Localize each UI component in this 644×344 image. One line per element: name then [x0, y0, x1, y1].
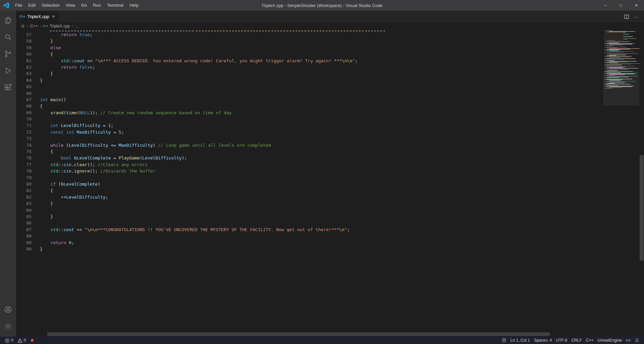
- vertical-scrollbar-thumb[interactable]: [640, 155, 644, 261]
- code-text[interactable]: return true;: [40, 31, 93, 38]
- source-control-icon[interactable]: [0, 46, 16, 62]
- code-text[interactable]: }: [40, 246, 43, 252]
- menu-view[interactable]: View: [63, 0, 78, 11]
- code-line: 80 if (bLevelComplete): [16, 181, 644, 187]
- code-text[interactable]: const int MaxDifficulty = 5;: [40, 129, 124, 135]
- menu-selection[interactable]: Selection: [39, 0, 62, 11]
- window-controls: ─ □ ✕: [598, 0, 644, 11]
- problems-errors[interactable]: 0: [3, 337, 15, 344]
- extensions-icon[interactable]: [0, 79, 16, 96]
- minimap-viewport[interactable]: [603, 71, 639, 106]
- code-text[interactable]: return 0;: [40, 239, 74, 246]
- vscode-window: FileEditSelectionViewGoRunTerminalHelp T…: [0, 0, 644, 344]
- settings-icon[interactable]: [0, 318, 16, 335]
- menu-go[interactable]: Go: [78, 0, 90, 11]
- bell-icon: [635, 338, 639, 343]
- line-number: 70: [16, 116, 32, 122]
- code-text[interactable]: }: [40, 200, 53, 207]
- line-number: 71: [16, 122, 32, 129]
- code-text[interactable]: return false;: [40, 64, 95, 70]
- code-text[interactable]: ++LevelDifficulty;: [40, 194, 108, 200]
- editor-group: C++ TripleX.cpp ✕ … d:›C++›C++TripleX.cp…: [16, 11, 644, 337]
- code-text[interactable]: {: [40, 103, 43, 109]
- menu-help[interactable]: Help: [126, 0, 142, 11]
- close-button[interactable]: ✕: [629, 0, 644, 11]
- code-text[interactable]: if (bLevelComplete): [40, 181, 100, 187]
- code-text[interactable]: std::cout << "\n\n***CONGRATULATIONS !! …: [40, 226, 350, 233]
- flame-status[interactable]: [28, 337, 37, 344]
- menu-run[interactable]: Run: [90, 0, 104, 11]
- code-text[interactable]: std::cin.clear(); //Clears any errors: [40, 161, 148, 168]
- editor[interactable]: 57 return true;58 }59 else60 {61 std::co…: [16, 30, 644, 337]
- minimap[interactable]: [603, 30, 639, 337]
- code-line: 86: [16, 220, 644, 226]
- unreal-engine[interactable]: UnrealEngine: [595, 337, 624, 344]
- code-line: 73: [16, 135, 644, 142]
- code-text[interactable]: bool bLevelComplete = PlayGame(LevelDiff…: [40, 155, 187, 161]
- problems-warnings[interactable]: 0: [15, 337, 28, 344]
- code-text[interactable]: {: [40, 148, 53, 155]
- line-number: 75: [16, 148, 32, 155]
- horizontal-scrollbar[interactable]: [16, 332, 602, 336]
- line-number: 89: [16, 239, 32, 246]
- end-of-line[interactable]: CRLF: [569, 337, 584, 344]
- error-icon: [5, 338, 10, 343]
- menu-file[interactable]: File: [12, 0, 25, 11]
- status-bar-right: Ln 1, Col 1Spaces: 4UTF-8CRLFC++UnrealEn…: [500, 337, 641, 344]
- breadcrumb-item[interactable]: C++: [30, 24, 38, 28]
- breadcrumb-item[interactable]: d:: [21, 24, 25, 28]
- menu-terminal[interactable]: Terminal: [104, 0, 126, 11]
- code-line: 79: [16, 175, 644, 181]
- horizontal-scrollbar-thumb[interactable]: [47, 332, 550, 336]
- maximize-button[interactable]: □: [613, 0, 629, 11]
- more-actions-icon[interactable]: …: [631, 12, 641, 21]
- code-text[interactable]: int LevelDifficulty = 1;: [40, 122, 113, 129]
- cpp-file-icon: C++: [43, 24, 48, 28]
- encoding[interactable]: UTF-8: [554, 337, 569, 344]
- code-text[interactable]: {: [40, 51, 53, 57]
- minimize-button[interactable]: ─: [598, 0, 613, 11]
- menu-edit[interactable]: Edit: [25, 0, 39, 11]
- code-line: 71 int LevelDifficulty = 1;: [16, 122, 644, 129]
- code-line: 90}: [16, 246, 644, 252]
- code-text[interactable]: std::cin.ignore(); //Discards the buffer: [40, 168, 155, 174]
- broadcast-status[interactable]: [624, 337, 633, 344]
- run-and-debug-icon[interactable]: [0, 62, 16, 79]
- split-editor-icon[interactable]: [622, 12, 631, 21]
- code-text[interactable]: }: [40, 70, 53, 77]
- code-line: 78 std::cin.ignore(); //Discards the buf…: [16, 168, 644, 174]
- code-text[interactable]: srand(time(NULL)); // Create new random …: [40, 110, 231, 116]
- code-text[interactable]: }: [40, 77, 43, 83]
- code-text[interactable]: }: [40, 213, 53, 220]
- line-number: 64: [16, 77, 32, 83]
- vertical-scrollbar[interactable]: [639, 30, 644, 337]
- breadcrumb[interactable]: d:›C++›C++TripleX.cpp›...: [16, 22, 644, 30]
- tab-triplex-cpp[interactable]: C++ TripleX.cpp ✕: [16, 11, 59, 22]
- title-bar: FileEditSelectionViewGoRunTerminalHelp T…: [0, 0, 644, 11]
- intellisense-database[interactable]: [500, 337, 508, 344]
- line-number: 83: [16, 200, 32, 207]
- line-number: 67: [16, 96, 32, 103]
- notifications[interactable]: [633, 337, 641, 344]
- search-icon[interactable]: [0, 29, 16, 46]
- code-text[interactable]: while (LevelDifficulty <= MaxDifficulty)…: [40, 142, 271, 148]
- line-number: 62: [16, 64, 32, 70]
- breadcrumb-item[interactable]: ...: [75, 24, 79, 28]
- line-number: 74: [16, 142, 32, 148]
- indentation[interactable]: Spaces: 4: [532, 337, 554, 344]
- code-line: 81 {: [16, 187, 644, 194]
- accounts-icon[interactable]: [0, 301, 16, 318]
- cursor-position[interactable]: Ln 1, Col 1: [508, 337, 532, 344]
- code-text[interactable]: else: [40, 45, 61, 51]
- code-text[interactable]: {: [40, 187, 53, 194]
- breadcrumb-item[interactable]: TripleX.cpp: [49, 24, 70, 28]
- code-line: 67int main(): [16, 96, 644, 103]
- code-text[interactable]: }: [40, 38, 53, 44]
- language-mode[interactable]: C++: [584, 337, 596, 344]
- code-text[interactable]: int main(): [40, 96, 66, 103]
- explorer-icon[interactable]: [0, 12, 16, 29]
- line-number: 87: [16, 226, 32, 233]
- tab-close-icon[interactable]: ✕: [52, 14, 55, 19]
- line-number: 59: [16, 45, 32, 51]
- code-text[interactable]: std::cout << "\n*** ACCESS DENIED. You e…: [40, 58, 358, 64]
